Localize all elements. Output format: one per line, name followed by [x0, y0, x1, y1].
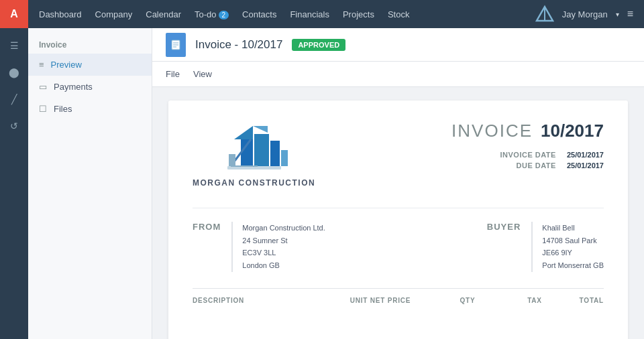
rail-icon-menu[interactable]: ☰	[0, 33, 28, 58]
buyer-name: Khalil Bell	[542, 222, 604, 234]
rail-icon-chart[interactable]: ╱	[0, 87, 28, 111]
from-address1: 24 Sumner St	[242, 234, 325, 247]
invoice-info-right: INVOICE 10/2017 INVOICE DATE 25/01/2017 …	[451, 121, 604, 170]
svg-rect-13	[227, 166, 281, 170]
buyer-address2: JE66 9IY	[542, 247, 604, 259]
hamburger-icon[interactable]: ≡	[627, 8, 633, 20]
invoice-date-value: 25/01/2017	[567, 151, 604, 159]
file-menu[interactable]: File	[166, 66, 180, 82]
invoice-top: MORGAN CONSTRUCTION INVOICE 10/2017 INVO…	[193, 121, 604, 188]
from-block: FROM Morgan Construction Ltd. 24 Sumner …	[193, 222, 340, 272]
sidebar-title: Invoice	[28, 33, 152, 54]
nav-calendar[interactable]: Calendar	[146, 7, 181, 22]
nav-projects[interactable]: Projects	[343, 7, 374, 22]
from-details: Morgan Construction Ltd. 24 Sumner St EC…	[231, 222, 325, 272]
sidebar-item-payments[interactable]: ▭ Payments	[28, 76, 152, 98]
sub-nav: File View	[152, 62, 644, 87]
sidebar-item-files-label: Files	[54, 104, 72, 114]
invoice-word: INVOICE	[451, 121, 533, 141]
nav-todo[interactable]: To-do2	[195, 7, 229, 22]
view-menu[interactable]: View	[193, 66, 212, 82]
content-row: Invoice ≡ Preview ▭ Payments ☐ Files	[28, 28, 644, 339]
svg-marker-9	[234, 126, 253, 139]
from-company: Morgan Construction Ltd.	[242, 222, 325, 234]
buyer-block: BUYER Khalil Bell 14708 Saul Park JE66 9…	[487, 222, 604, 272]
svg-rect-15	[281, 150, 288, 166]
files-icon: ☐	[39, 104, 47, 114]
nav-right: Jay Morgan ▾ ≡	[535, 5, 633, 23]
sidebar: Invoice ≡ Preview ▭ Payments ☐ Files	[28, 28, 152, 339]
invoice-number: 10/2017	[541, 121, 604, 141]
nav-company[interactable]: Company	[95, 7, 133, 22]
invoice-area: MORGAN CONSTRUCTION INVOICE 10/2017 INVO…	[152, 87, 644, 339]
preview-icon: ≡	[39, 60, 44, 70]
from-address2: EC3V 3LL	[242, 247, 325, 259]
main-content: Invoice - 10/2017 Approved File View	[152, 28, 644, 339]
buyer-details: Khalil Bell 14708 Saul Park JE66 9IY Por…	[531, 222, 604, 272]
due-date-row: DUE DATE 25/01/2017	[451, 161, 604, 170]
header-bar: Invoice - 10/2017 Approved	[152, 28, 644, 62]
th-total: TOTAL	[568, 297, 604, 304]
nav-financials[interactable]: Financials	[290, 7, 329, 22]
invoice-date-label: INVOICE DATE	[500, 151, 556, 159]
icon-rail: A ☰ ⬤ ╱ ↺	[0, 0, 28, 339]
address-section: FROM Morgan Construction Ltd. 24 Sumner …	[193, 208, 604, 272]
nav-stock[interactable]: Stock	[388, 7, 410, 22]
buyer-address1: 14708 Saul Park	[542, 234, 604, 247]
user-dropdown-icon[interactable]: ▾	[616, 11, 619, 18]
svg-marker-10	[253, 126, 268, 133]
sidebar-item-files[interactable]: ☐ Files	[28, 98, 152, 120]
th-description: DESCRIPTION	[193, 297, 327, 304]
payments-icon: ▭	[39, 82, 47, 92]
sidebar-item-preview[interactable]: ≡ Preview	[28, 54, 152, 76]
rail-icon-back[interactable]: ↺	[0, 114, 28, 138]
svg-rect-14	[229, 154, 235, 166]
th-qty: QTY	[434, 297, 501, 304]
nav-contacts[interactable]: Contacts	[242, 7, 276, 22]
company-name: MORGAN CONSTRUCTION	[193, 178, 315, 188]
main-area: Dashboard Company Calendar To-do2 Contac…	[28, 0, 644, 339]
svg-rect-7	[254, 134, 269, 166]
document-icon	[166, 33, 186, 57]
sidebar-item-payments-label: Payments	[54, 82, 93, 92]
invoice-dates: INVOICE DATE 25/01/2017 DUE DATE 25/01/2…	[451, 151, 604, 170]
nav-dashboard[interactable]: Dashboard	[39, 7, 82, 22]
company-logo-icon	[201, 121, 308, 174]
from-address3: London GB	[242, 259, 325, 272]
approved-badge: Approved	[292, 39, 345, 51]
due-date-label: DUE DATE	[517, 161, 556, 170]
svg-rect-8	[270, 141, 280, 166]
table-header: DESCRIPTION UNIT NET PRICE QTY TAX TOTAL	[193, 288, 604, 311]
th-unit-net-price: UNIT NET PRICE	[327, 297, 434, 304]
company-logo-area: MORGAN CONSTRUCTION	[193, 121, 315, 188]
rail-icon-dot[interactable]: ⬤	[0, 60, 28, 84]
todo-badge: 2	[219, 11, 229, 19]
invoice-title: Invoice - 10/2017	[195, 38, 282, 52]
user-name[interactable]: Jay Morgan	[562, 9, 608, 19]
invoice-paper: MORGAN CONSTRUCTION INVOICE 10/2017 INVO…	[168, 100, 628, 339]
th-tax: TAX	[501, 297, 568, 304]
top-nav: Dashboard Company Calendar To-do2 Contac…	[28, 0, 644, 28]
invoice-date-row: INVOICE DATE 25/01/2017	[451, 151, 604, 159]
from-label: FROM	[193, 222, 221, 272]
buyer-label: BUYER	[487, 222, 521, 272]
app-logo: A	[0, 0, 28, 28]
buyer-address3: Port Monserrat GB	[542, 259, 604, 272]
due-date-value: 25/01/2017	[567, 161, 604, 170]
invoice-title-row: INVOICE 10/2017	[451, 121, 604, 141]
brand-logo-icon	[535, 5, 554, 23]
sidebar-item-preview-label: Preview	[51, 60, 82, 70]
